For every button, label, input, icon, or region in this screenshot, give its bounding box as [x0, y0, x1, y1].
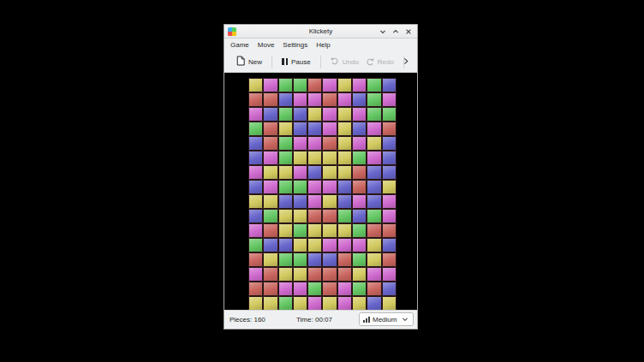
board-cell[interactable]: [263, 180, 277, 194]
board-cell[interactable]: [263, 296, 277, 311]
board-cell[interactable]: [307, 151, 322, 165]
board-cell[interactable]: [263, 122, 277, 136]
board-cell[interactable]: [307, 107, 322, 122]
board-cell[interactable]: [248, 122, 263, 136]
board-cell[interactable]: [337, 194, 352, 209]
board-cell[interactable]: [278, 223, 293, 238]
board-cell[interactable]: [322, 107, 337, 122]
board-cell[interactable]: [248, 238, 263, 252]
board-cell[interactable]: [337, 267, 352, 282]
board-cell[interactable]: [248, 194, 263, 209]
board-cell[interactable]: [248, 209, 263, 223]
board-cell[interactable]: [367, 165, 381, 180]
board-cell[interactable]: [367, 252, 381, 267]
board-cell[interactable]: [263, 209, 277, 223]
board-cell[interactable]: [263, 92, 277, 107]
board-cell[interactable]: [263, 238, 277, 252]
board-cell[interactable]: [382, 107, 397, 122]
board-cell[interactable]: [248, 107, 263, 122]
board-cell[interactable]: [352, 223, 367, 238]
board-cell[interactable]: [382, 223, 397, 238]
menu-game[interactable]: Game: [226, 40, 253, 50]
board-cell[interactable]: [352, 180, 367, 194]
board-cell[interactable]: [307, 238, 322, 252]
board-cell[interactable]: [322, 180, 337, 194]
board-cell[interactable]: [352, 136, 367, 151]
board-cell[interactable]: [248, 92, 263, 107]
board-cell[interactable]: [322, 252, 337, 267]
board-cell[interactable]: [322, 296, 337, 311]
board-cell[interactable]: [367, 92, 381, 107]
board-cell[interactable]: [278, 151, 293, 165]
board-cell[interactable]: [293, 252, 307, 267]
board-cell[interactable]: [307, 78, 322, 92]
board-cell[interactable]: [263, 107, 277, 122]
board-cell[interactable]: [322, 223, 337, 238]
board-cell[interactable]: [263, 282, 277, 296]
board-cell[interactable]: [293, 194, 307, 209]
board-cell[interactable]: [382, 136, 397, 151]
pause-button[interactable]: Pause: [278, 56, 314, 68]
board-cell[interactable]: [367, 209, 381, 223]
board-cell[interactable]: [322, 92, 337, 107]
board-cell[interactable]: [293, 136, 307, 151]
board-cell[interactable]: [263, 223, 277, 238]
board-cell[interactable]: [322, 267, 337, 282]
board-cell[interactable]: [278, 180, 293, 194]
board-cell[interactable]: [263, 136, 277, 151]
board-cell[interactable]: [322, 165, 337, 180]
board-cell[interactable]: [337, 136, 352, 151]
board-cell[interactable]: [382, 252, 397, 267]
board-cell[interactable]: [307, 223, 322, 238]
board-cell[interactable]: [248, 180, 263, 194]
board-cell[interactable]: [307, 252, 322, 267]
board-cell[interactable]: [263, 151, 277, 165]
board-cell[interactable]: [293, 223, 307, 238]
board-cell[interactable]: [322, 78, 337, 92]
board-cell[interactable]: [367, 78, 381, 92]
board-cell[interactable]: [382, 180, 397, 194]
board-cell[interactable]: [382, 194, 397, 209]
board-cell[interactable]: [367, 107, 381, 122]
board-cell[interactable]: [248, 267, 263, 282]
board-cell[interactable]: [367, 267, 381, 282]
board-cell[interactable]: [248, 165, 263, 180]
board-cell[interactable]: [293, 296, 307, 311]
board-cell[interactable]: [367, 180, 381, 194]
board-cell[interactable]: [278, 252, 293, 267]
menu-settings[interactable]: Settings: [278, 40, 312, 50]
board-cell[interactable]: [293, 267, 307, 282]
board-cell[interactable]: [382, 282, 397, 296]
board-cell[interactable]: [293, 151, 307, 165]
board-cell[interactable]: [307, 209, 322, 223]
board-cell[interactable]: [382, 209, 397, 223]
board-cell[interactable]: [337, 180, 352, 194]
new-button[interactable]: New: [233, 53, 265, 70]
board-cell[interactable]: [382, 92, 397, 107]
board-cell[interactable]: [322, 209, 337, 223]
board-cell[interactable]: [278, 78, 293, 92]
board-cell[interactable]: [352, 209, 367, 223]
board-cell[interactable]: [248, 252, 263, 267]
board-cell[interactable]: [322, 122, 337, 136]
board-cell[interactable]: [367, 238, 381, 252]
board-cell[interactable]: [322, 282, 337, 296]
board-cell[interactable]: [307, 282, 322, 296]
board-cell[interactable]: [293, 282, 307, 296]
board-cell[interactable]: [352, 238, 367, 252]
board-cell[interactable]: [352, 151, 367, 165]
board-cell[interactable]: [367, 223, 381, 238]
board-cell[interactable]: [293, 180, 307, 194]
board-cell[interactable]: [248, 136, 263, 151]
board-cell[interactable]: [382, 122, 397, 136]
board-cell[interactable]: [278, 238, 293, 252]
board-cell[interactable]: [337, 238, 352, 252]
board-cell[interactable]: [352, 282, 367, 296]
board-cell[interactable]: [337, 296, 352, 311]
board-cell[interactable]: [293, 209, 307, 223]
board-cell[interactable]: [307, 92, 322, 107]
board-cell[interactable]: [248, 151, 263, 165]
board-cell[interactable]: [367, 194, 381, 209]
board-cell[interactable]: [337, 122, 352, 136]
board-cell[interactable]: [322, 194, 337, 209]
